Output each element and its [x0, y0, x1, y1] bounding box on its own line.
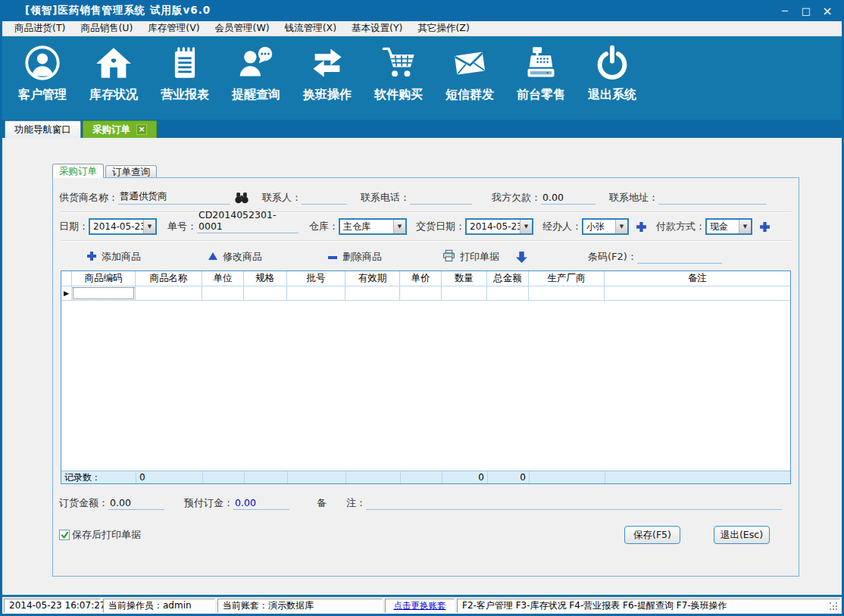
modify-product-button[interactable]: 修改商品	[208, 250, 262, 264]
debt-label: 我方欠款：	[492, 191, 541, 205]
arrow-down-icon[interactable]	[516, 251, 527, 264]
address-input[interactable]	[658, 191, 766, 205]
toolbar-exit-system[interactable]: 退出系统	[577, 42, 648, 114]
chevron-down-icon[interactable]: ▼	[615, 220, 627, 233]
tab-purchase-order[interactable]: 采购订单 ×	[83, 120, 157, 138]
menu-item-goods-purchase[interactable]: 商品进货(T)	[7, 20, 73, 36]
col-product-name[interactable]: 商品名称	[136, 271, 202, 286]
delete-product-button[interactable]: 删除商品	[327, 250, 382, 264]
status-hotkeys: F2-客户管理 F3-库存状况 F4-营业报表 F6-提醒查询 F7-换班操作	[462, 599, 727, 612]
save-button[interactable]: 保存(F5)	[624, 526, 680, 544]
print-receipt-button[interactable]: 打印单据	[442, 249, 499, 264]
tab-close-icon[interactable]: ×	[136, 124, 147, 135]
power-icon	[594, 42, 630, 84]
cell-batch-no[interactable]	[287, 286, 345, 301]
add-payment-icon[interactable]	[759, 221, 771, 233]
cell-spec[interactable]	[244, 286, 287, 301]
home-icon	[95, 42, 132, 84]
chevron-down-icon[interactable]: ▼	[143, 220, 155, 233]
person-chat-icon	[238, 42, 274, 84]
warehouse-select[interactable]: 主仓库 ▼	[339, 218, 407, 235]
col-batch-no[interactable]: 批号	[287, 271, 345, 286]
remark-input[interactable]	[366, 496, 782, 510]
toolbar-inventory-status[interactable]: 库存状况	[78, 42, 149, 114]
order-header-row: 日期： 2014-05-23 ▼ 单号： CD2014052301-0001 仓…	[59, 216, 792, 237]
operator-select[interactable]: 小张 ▼	[582, 218, 629, 235]
col-expiry[interactable]: 有效期	[345, 271, 400, 286]
barcode-input[interactable]	[637, 250, 722, 264]
toolbar-business-report[interactable]: 营业报表	[149, 42, 220, 114]
col-unit[interactable]: 单位	[202, 271, 244, 286]
cell-remark[interactable]	[605, 286, 790, 301]
exit-button[interactable]: 退出(Esc)	[714, 526, 770, 544]
separator	[61, 211, 791, 213]
cell-unit[interactable]	[202, 286, 244, 301]
grid-selector-header	[61, 271, 72, 286]
grid-empty-area[interactable]	[61, 301, 790, 471]
col-remark[interactable]: 备注	[605, 271, 790, 286]
menu-item-cashflow[interactable]: 钱流管理(X)	[277, 20, 344, 36]
inner-tab-purchase-order[interactable]: 采购订单	[52, 164, 104, 178]
delivery-date-select[interactable]: 2014-05-23 ▼	[465, 218, 533, 235]
payment-select[interactable]: 现金 ▼	[705, 218, 752, 235]
chevron-down-icon[interactable]: ▼	[393, 220, 405, 233]
date-select[interactable]: 2014-05-23 ▼	[89, 218, 157, 235]
prepaid-input[interactable]: 0.00	[233, 496, 289, 510]
cell-total-amount[interactable]	[487, 286, 529, 301]
menu-item-goods-sale[interactable]: 商品销售(U)	[73, 20, 140, 36]
plus-icon	[86, 251, 97, 264]
phone-input[interactable]	[410, 191, 472, 205]
menu-item-settings[interactable]: 基本设置(Y)	[344, 20, 410, 36]
grid-footer-row: 记录数： 0 0 0	[61, 471, 790, 483]
toolbar-customer-management[interactable]: 客户管理	[7, 42, 78, 114]
close-icon[interactable]: ×	[819, 3, 836, 18]
col-manufacturer[interactable]: 生产厂商	[529, 271, 605, 286]
col-unit-price[interactable]: 单价	[400, 271, 442, 286]
separator	[61, 240, 791, 242]
toolbar-front-retail[interactable]: 前台零售	[505, 42, 577, 114]
window-title: [领智]医药销售管理系统 试用版v6.0	[25, 4, 211, 17]
maximize-icon[interactable]: □	[798, 3, 814, 18]
toolbar-shift-change[interactable]: 换班操作	[292, 42, 363, 114]
cell-quantity[interactable]	[442, 286, 487, 301]
add-product-button[interactable]: 添加商品	[86, 250, 141, 264]
menu-item-members[interactable]: 会员管理(W)	[208, 20, 277, 36]
supplier-input[interactable]: 普通供货商	[118, 191, 230, 205]
resize-grip-icon[interactable]	[830, 602, 838, 611]
chevron-down-icon[interactable]: ▼	[739, 220, 751, 233]
row-indicator-icon: ▶	[61, 286, 72, 301]
tab-function-navigation[interactable]: 功能导航窗口	[5, 120, 81, 138]
contact-input[interactable]	[302, 191, 347, 205]
binoculars-icon[interactable]	[235, 191, 249, 205]
col-quantity[interactable]: 数量	[442, 271, 487, 286]
toolbar-software-purchase[interactable]: 软件购买	[363, 42, 434, 114]
address-label: 联系地址：	[609, 191, 658, 205]
order-no-value: CD2014052301-0001	[197, 220, 299, 233]
cell-unit-price[interactable]	[400, 286, 442, 301]
triangle-up-icon	[208, 252, 218, 263]
purchase-order-panel: 供货商名称： 普通供货商 联系人： 联系电话： 我方欠款： 0.00	[52, 177, 799, 577]
warehouse-label: 仓库：	[309, 220, 339, 233]
menu-item-other[interactable]: 其它操作(Z)	[410, 20, 477, 36]
cell-expiry[interactable]	[345, 286, 400, 301]
inner-tab-order-query[interactable]: 订单查询	[105, 165, 157, 178]
col-total-amount[interactable]: 总金额	[487, 271, 529, 286]
amount-total-value: 0	[488, 471, 530, 483]
add-operator-icon[interactable]	[636, 221, 647, 233]
col-spec[interactable]: 规格	[244, 271, 287, 286]
cell-product-code[interactable]	[72, 286, 136, 301]
print-after-save-checkbox[interactable]: 保存后打印单据	[59, 528, 141, 542]
menu-item-inventory[interactable]: 库存管理(V)	[140, 20, 207, 36]
col-product-code[interactable]: 商品编码	[72, 271, 136, 286]
mail-icon	[452, 42, 488, 84]
cell-product-name[interactable]	[136, 286, 202, 301]
toolbar-sms-broadcast[interactable]: 短信群发	[434, 42, 505, 114]
toolbar-reminder-query[interactable]: 提醒查询	[220, 42, 292, 114]
contact-label: 联系人：	[262, 191, 302, 205]
chevron-down-icon[interactable]: ▼	[520, 220, 532, 233]
user-icon	[24, 42, 61, 84]
switch-account-link[interactable]: 点击更换账套	[394, 600, 446, 611]
minimize-icon[interactable]: ─	[777, 3, 793, 18]
grid-current-row[interactable]: ▶	[61, 286, 790, 301]
cell-manufacturer[interactable]	[529, 286, 605, 301]
